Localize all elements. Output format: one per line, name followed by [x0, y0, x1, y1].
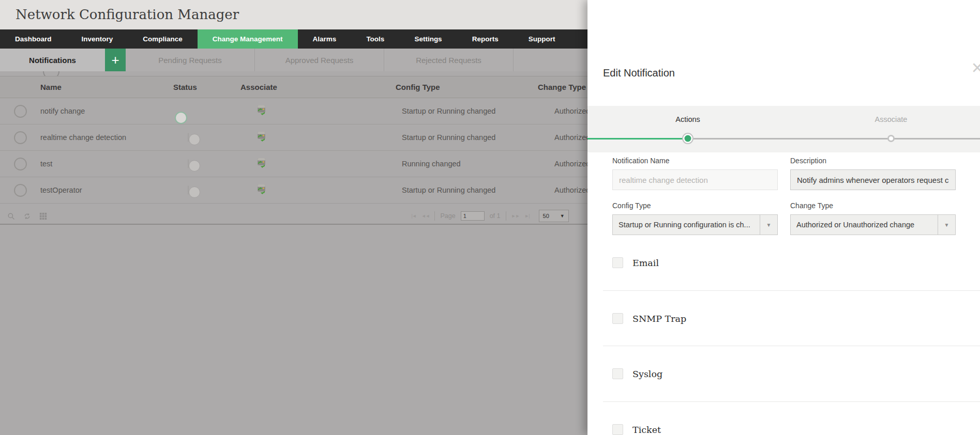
associate-device-icon[interactable] — [256, 162, 267, 170]
step-associate-dot[interactable] — [887, 135, 895, 142]
tab-rejected-requests[interactable]: Rejected Requests — [384, 49, 514, 71]
notification-name-input[interactable] — [612, 169, 778, 190]
chevron-down-icon: ▼ — [760, 215, 777, 235]
status-toggle[interactable] — [188, 159, 189, 168]
nav-settings[interactable]: Settings — [399, 29, 457, 49]
syslog-label: Syslog — [632, 369, 662, 379]
ticket-label: Ticket — [632, 425, 661, 435]
page-of-label: of 1 — [490, 212, 501, 220]
step-actions-dot-core — [685, 135, 691, 142]
last-page-button[interactable]: ►| — [524, 213, 529, 219]
row-config-type: Startup or Running changed — [396, 133, 538, 142]
step-actions-dot[interactable] — [682, 133, 693, 144]
screen: Network Configuration Manager — [0, 0, 980, 435]
section-divider — [603, 290, 980, 291]
panel-title: Edit Notification — [603, 67, 675, 79]
stepper-progress — [587, 138, 688, 139]
page-size-select[interactable]: 50 ▼ — [539, 210, 569, 222]
toggle-knob — [189, 134, 200, 145]
row-name: realtime change detection — [40, 133, 173, 142]
nav-alarms[interactable]: Alarms — [298, 29, 352, 49]
header-name: Name — [40, 83, 173, 91]
nav-support[interactable]: Support — [514, 29, 570, 49]
snmp-trap-label: SNMP Trap — [632, 314, 686, 324]
nav-compliance[interactable]: Compliance — [128, 29, 198, 49]
syslog-checkbox[interactable] — [612, 368, 623, 379]
row-config-type: Running changed — [396, 160, 538, 168]
associate-device-icon[interactable] — [256, 110, 267, 118]
app-title: Network Configuration Manager — [16, 0, 239, 29]
snmp-trap-option-row: SNMP Trap — [612, 313, 686, 324]
pager-divider — [506, 211, 506, 221]
associate-device-icon[interactable] — [256, 136, 267, 144]
grid-view-icon[interactable] — [39, 212, 47, 220]
tab-approved-requests[interactable]: Approved Requests — [255, 49, 384, 71]
row-config-type: Startup or Running changed — [396, 107, 538, 115]
row-radio[interactable] — [14, 131, 27, 144]
ticket-checkbox[interactable] — [612, 424, 623, 435]
change-type-value: Authorized or Unauthorized change — [791, 221, 938, 229]
table-search-icon[interactable] — [7, 212, 15, 220]
row-radio[interactable] — [14, 158, 27, 170]
row-radio[interactable] — [14, 105, 27, 118]
description-label: Description — [790, 157, 826, 165]
nav-change-management[interactable]: Change Management — [198, 29, 298, 49]
first-page-button[interactable]: |◄ — [411, 213, 416, 219]
row-name: notify change — [40, 107, 173, 115]
section-divider — [603, 401, 980, 402]
nav-tools[interactable]: Tools — [351, 29, 399, 49]
config-type-value: Startup or Running configuration is ch..… — [613, 221, 760, 229]
refresh-icon[interactable] — [23, 212, 31, 220]
email-label: Email — [632, 258, 659, 268]
syslog-option-row: Syslog — [612, 368, 662, 379]
header-config-type: Config Type — [396, 83, 538, 91]
page-size-dropdown-arrow: ▼ — [560, 213, 565, 219]
email-option-row: Email — [612, 257, 659, 268]
status-toggle[interactable] — [188, 185, 189, 195]
step-actions[interactable]: Actions — [675, 115, 700, 123]
nav-reports[interactable]: Reports — [457, 29, 514, 49]
pager-divider — [434, 211, 435, 221]
add-notification-button[interactable]: + — [105, 49, 126, 71]
wizard-stepper: Actions Associate — [587, 106, 980, 152]
email-checkbox[interactable] — [612, 257, 623, 268]
associate-device-icon[interactable] — [256, 189, 267, 197]
ticket-option-row: Ticket — [612, 424, 661, 435]
toggle-knob — [175, 112, 187, 124]
table-tools — [7, 212, 47, 220]
status-toggle[interactable] — [188, 133, 189, 142]
description-input[interactable] — [790, 169, 956, 190]
config-type-select[interactable]: Startup or Running configuration is ch..… — [612, 214, 778, 235]
prev-page-button[interactable]: ◄◄ — [421, 213, 430, 219]
header-associate: Associate — [240, 83, 396, 91]
toggle-knob — [189, 160, 200, 172]
row-radio[interactable] — [14, 184, 27, 197]
notification-name-label: Notification Name — [612, 157, 670, 165]
toggle-knob — [189, 187, 200, 198]
row-name: testOperator — [40, 186, 173, 194]
next-page-button[interactable]: ►► — [511, 213, 520, 219]
row-config-type: Startup or Running changed — [396, 186, 538, 194]
nav-inventory[interactable]: Inventory — [67, 29, 128, 49]
snmp-trap-checkbox[interactable] — [612, 313, 623, 324]
page-number-input[interactable] — [461, 211, 485, 221]
page-label: Page — [440, 212, 455, 220]
change-type-label: Change Type — [790, 201, 833, 210]
close-icon[interactable]: × — [972, 58, 980, 77]
nav-dashboard[interactable]: Dashboard — [0, 29, 67, 49]
pager-controls: |◄ ◄◄ Page of 1 ►► ►| 50 ▼ — [411, 210, 568, 222]
edit-notification-panel: Edit Notification × Actions Associate No… — [587, 0, 980, 435]
tab-pending-requests[interactable]: Pending Requests — [126, 49, 255, 71]
chevron-down-icon: ▼ — [938, 215, 955, 235]
step-associate[interactable]: Associate — [875, 115, 908, 123]
row-name: test — [40, 160, 173, 168]
tab-notifications[interactable]: Notifications — [0, 49, 105, 71]
header-status: Status — [173, 83, 240, 91]
change-type-select[interactable]: Authorized or Unauthorized change ▼ — [790, 214, 956, 235]
section-divider — [603, 346, 980, 346]
config-type-label: Config Type — [612, 201, 651, 210]
page-size-value: 50 — [543, 213, 549, 219]
stepper-track — [587, 138, 980, 139]
